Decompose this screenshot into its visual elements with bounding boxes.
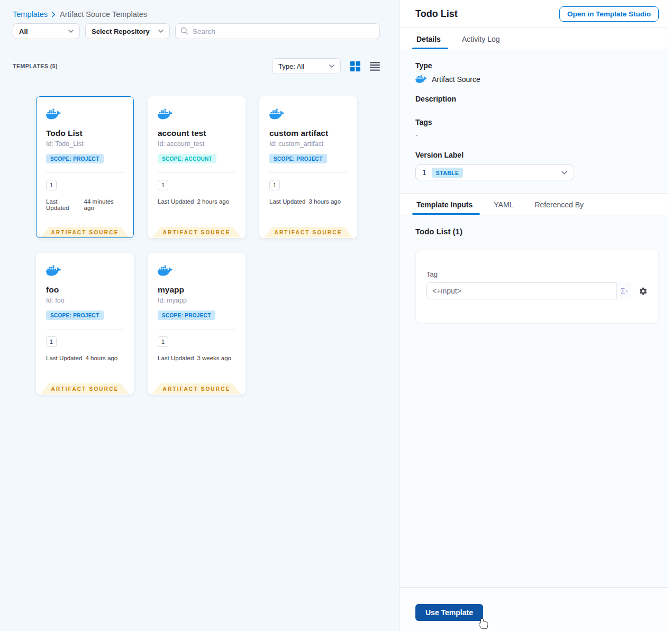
tag-input[interactable] [426, 282, 631, 299]
template-card-id: Id: myapp [158, 297, 235, 304]
chevron-down-icon [154, 30, 164, 33]
card-divider [158, 329, 235, 330]
artifact-source-ribbon: ARTIFACT SOURCE [152, 383, 241, 394]
version-count-chip: 1 [46, 336, 57, 347]
template-card-title: custom artifact [269, 128, 347, 139]
type-filter-value: Type: All [278, 62, 304, 70]
last-updated-value: 3 weeks ago [197, 355, 231, 361]
details-section: Type Artifact Source Description Tags - … [399, 49, 672, 193]
templates-count: TEMPLATES (5) [13, 63, 58, 69]
tab-template-inputs[interactable]: Template Inputs [415, 194, 474, 215]
breadcrumb-templates-link[interactable]: Templates [13, 10, 48, 19]
repository-filter-value: Select Repository [92, 28, 150, 35]
filter-row: All Select Repository [0, 23, 399, 39]
type-value: Artifact Source [432, 75, 480, 84]
scope-badge: SCOPE: PROJECT [158, 310, 215, 320]
last-updated-label: Last Updated [158, 198, 194, 205]
template-card-custom-artifact[interactable]: custom artifact Id: custom_artifact SCOP… [259, 96, 357, 238]
card-divider [46, 329, 124, 330]
tags-value: - [415, 131, 656, 139]
search-box [175, 23, 380, 39]
expression-sigma-icon[interactable]: Σx [616, 282, 631, 299]
sigma-sup: x [625, 289, 628, 294]
chevron-right-icon [51, 12, 56, 17]
version-count-chip: 1 [158, 180, 168, 190]
card-divider [158, 172, 235, 173]
artifact-source-ribbon: ARTIFACT SOURCE [41, 383, 130, 394]
last-updated-row: Last Updated 3 weeks ago [158, 355, 235, 361]
scope-badge: SCOPE: PROJECT [269, 154, 327, 163]
docker-icon [269, 108, 284, 120]
mouse-cursor-icon [479, 618, 488, 631]
last-updated-value: 3 hours ago [308, 198, 341, 205]
panel-title: Todo List [415, 8, 458, 20]
search-input[interactable] [175, 23, 380, 39]
template-card-foo[interactable]: foo Id: foo SCOPE: PROJECT 1 Last Update… [36, 253, 134, 395]
docker-icon [415, 75, 427, 84]
template-card-title: Todo List [46, 128, 124, 139]
settings-gear-icon[interactable] [639, 287, 648, 296]
repository-filter-select[interactable]: Select Repository [85, 23, 170, 39]
chevron-down-icon [64, 30, 74, 33]
version-label: Version Label [415, 151, 656, 159]
tag-field-label: Tag [426, 270, 648, 278]
docker-icon [46, 108, 61, 120]
docker-icon [46, 265, 61, 277]
tag-input-wrapper: Σx [426, 282, 631, 299]
template-card-title: myapp [158, 285, 235, 295]
scope-filter-value: All [19, 28, 28, 35]
scope-badge: SCOPE: ACCOUNT [158, 154, 216, 163]
template-card-id: Id: account_test [158, 140, 235, 148]
last-updated-label: Last Updated [46, 198, 81, 211]
app-root: Templates Artifact Source Templates All … [0, 0, 672, 631]
last-updated-row: Last Updated 3 hours ago [269, 198, 347, 205]
search-icon [180, 27, 188, 37]
version-select[interactable]: 1 STABLE [415, 164, 574, 180]
last-updated-row: Last Updated 4 hours ago [46, 355, 124, 361]
templates-list-header: TEMPLATES (5) Type: All [0, 58, 399, 74]
inputs-tabs: Template Inputs YAML Referenced By [399, 193, 672, 215]
last-updated-label: Last Updated [158, 355, 194, 361]
panel-tabs: Details Activity Log [399, 28, 672, 49]
template-card-todo-list[interactable]: Todo List Id: Todo_List SCOPE: PROJECT 1… [36, 96, 134, 238]
version-count-chip: 1 [46, 180, 57, 190]
scope-badge: SCOPE: PROJECT [46, 154, 104, 163]
last-updated-label: Last Updated [269, 198, 305, 205]
inputs-card: Tag Σx [415, 250, 659, 323]
grid-view-icon[interactable] [350, 61, 360, 71]
chevron-down-icon [561, 171, 567, 175]
list-view-icon[interactable] [370, 62, 380, 71]
artifact-source-ribbon: ARTIFACT SOURCE [264, 227, 353, 237]
tab-details[interactable]: Details [415, 28, 442, 49]
scope-filter-select[interactable]: All [13, 23, 80, 39]
type-filter-select[interactable]: Type: All [272, 58, 341, 74]
tab-referenced-by[interactable]: Referenced By [533, 194, 585, 215]
card-divider [46, 172, 124, 173]
chevron-down-icon [325, 65, 334, 68]
tag-input-row: Σx [426, 282, 648, 299]
stable-badge: STABLE [432, 168, 464, 178]
last-updated-value: 4 hours ago [85, 355, 117, 361]
artifact-source-ribbon: ARTIFACT SOURCE [152, 227, 241, 237]
panel-header: Todo List Open in Template Studio [399, 0, 672, 28]
open-in-template-studio-button[interactable]: Open in Template Studio [559, 6, 659, 22]
last-updated-value: 44 minutes ago [84, 198, 124, 211]
docker-icon [158, 108, 172, 120]
artifact-source-ribbon: ARTIFACT SOURCE [41, 227, 130, 237]
last-updated-row: Last Updated 2 hours ago [158, 198, 235, 205]
template-card-id: Id: custom_artifact [269, 140, 347, 148]
use-template-button[interactable]: Use Template [415, 604, 483, 621]
version-value: 1 [422, 168, 426, 177]
last-updated-row: Last Updated 44 minutes ago [46, 198, 124, 211]
template-card-title: account test [158, 128, 235, 139]
template-card-myapp[interactable]: myapp Id: myapp SCOPE: PROJECT 1 Last Up… [148, 253, 246, 395]
type-value-row: Artifact Source [415, 75, 656, 84]
panel-footer: Use Template [399, 587, 672, 631]
template-card-id: Id: foo [46, 297, 124, 304]
tab-activity-log[interactable]: Activity Log [461, 28, 501, 49]
breadcrumb: Templates Artifact Source Templates [0, 0, 399, 19]
card-divider [269, 172, 347, 173]
template-card-account-test[interactable]: account test Id: account_test SCOPE: ACC… [148, 96, 246, 238]
version-count-chip: 1 [158, 336, 168, 347]
tab-yaml[interactable]: YAML [493, 194, 514, 215]
